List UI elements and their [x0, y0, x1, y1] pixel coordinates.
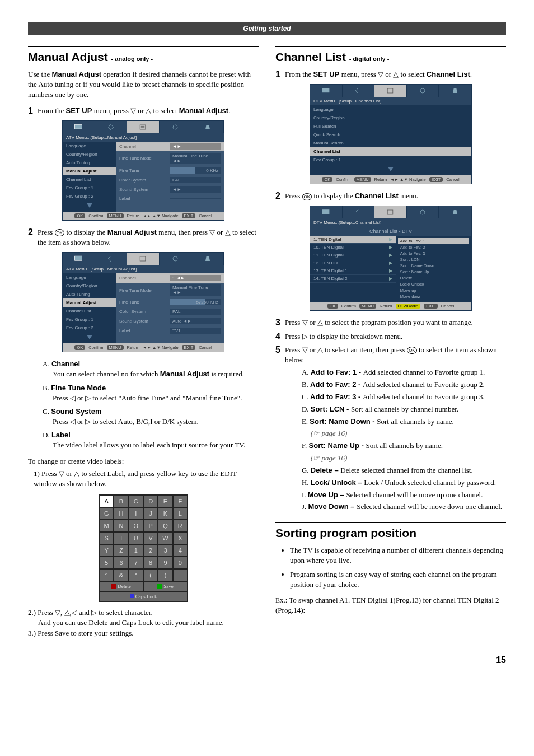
svg-rect-9: [388, 88, 394, 93]
vkbd-key: B: [114, 495, 128, 507]
osd-breadcrumb: ATV Menu...[Setup...Manual Adjust]: [63, 133, 224, 142]
osd-manual-adjust-1: ATV Menu...[Setup...Manual Adjust] Langu…: [62, 120, 224, 221]
item-c: C. Sound System: [43, 407, 259, 417]
ok-icon: OK: [407, 347, 417, 354]
svg-point-4: [173, 125, 177, 129]
vkbd-key: X: [173, 532, 188, 544]
vkbd-key: 9: [158, 557, 172, 569]
vkbd-key: V: [143, 532, 158, 544]
cl-step-1: 1 From the SET UP menu, press ▽ or △ to …: [275, 69, 506, 80]
vkbd-key: ): [158, 569, 172, 581]
vkbd-key: 7: [129, 557, 143, 569]
vkbd-key: &: [114, 569, 128, 581]
vkbd-key: F: [173, 495, 188, 507]
sorting-example: Ex.: To swap channel A1. TEN Digital 1(P…: [275, 595, 506, 615]
vkbd-key: R: [173, 520, 188, 532]
vkbd-key: (: [143, 569, 158, 581]
vkbd-key: N: [114, 520, 128, 532]
vkbd-key: T: [114, 532, 128, 544]
osd-channel-list-dtv: DTV Menu...[Setup...Channel List] Channe…: [310, 206, 472, 311]
svg-point-13: [420, 210, 425, 214]
step-1: 1 From the SET UP menu, press ▽ or △ to …: [28, 106, 259, 116]
svg-rect-12: [388, 210, 394, 214]
step-number: 1: [28, 106, 33, 116]
svg-rect-1: [140, 125, 146, 129]
vkbd-key: G: [99, 507, 114, 520]
svg-rect-11: [322, 210, 330, 214]
channel-list-option: J. Move Down – Selected channel will be …: [302, 502, 506, 512]
intro-text: Use the Manual Adjust operation if desir…: [28, 69, 259, 100]
manual-adjust-heading: Manual Adjust - analog only -: [28, 46, 259, 64]
vkbd-key: A: [99, 495, 114, 507]
left-column: Manual Adjust - analog only - Use the Ma…: [28, 46, 259, 638]
cl-step-3: 3 Press ▽ or △ to select the program pos…: [275, 318, 506, 328]
channel-list-option: A. Add to Fav: 1 - Add selected channel …: [302, 367, 506, 378]
vkbd-key: E: [158, 495, 172, 507]
vkbd-key: H: [114, 507, 128, 520]
vkbd-key: C: [129, 495, 143, 507]
ok-icon: OK: [302, 193, 312, 200]
osd-manual-adjust-2: ATV Menu...[Setup...Manual Adjust] Langu…: [62, 252, 224, 352]
sorting-bullet: Program sorting is an easy way of storin…: [290, 570, 506, 590]
channel-list-option: I. Move Up – Selected channel will be mo…: [302, 490, 506, 501]
svg-rect-6: [140, 256, 146, 261]
heading-text: Manual Adjust: [28, 50, 108, 63]
sorting-heading: Sorting program position: [275, 522, 506, 540]
item-d: D. Label: [43, 430, 259, 440]
vkbd-key: D: [143, 495, 158, 507]
svg-point-7: [173, 256, 177, 261]
vkbd-key: 1: [129, 544, 143, 557]
channel-list-option: C. Add to Fav: 3 - Add selected channel …: [302, 392, 506, 403]
svg-rect-5: [75, 256, 82, 260]
step-2: 2 Press OK to display the Manual Adjust …: [28, 227, 259, 248]
vkbd-key: 5: [99, 557, 114, 569]
vkbd-key: U: [129, 532, 143, 544]
osd-channel-list-setup: DTV Menu...[Setup...Channel List] Langua…: [310, 84, 472, 184]
cl-step-2: 2 Press OK to display the Channel List m…: [275, 191, 506, 201]
vkbd-key: O: [129, 520, 143, 532]
channel-list-option: F. Sort: Name Up - Sort all channels by …: [302, 441, 506, 451]
channel-list-option: G. Delete – Delete selected channel from…: [302, 465, 506, 476]
vkbd-key: 6: [114, 557, 128, 569]
cl-step-4: 4 Press ▷ to display the breakdown menu.: [275, 332, 506, 342]
vkbd-key: Y: [99, 544, 114, 557]
vkbd-key: L: [173, 507, 188, 520]
vkbd-key: I: [129, 507, 143, 520]
sorting-bullet: The TV is capable of receiving a number …: [290, 545, 506, 566]
page-header: Getting started: [28, 22, 506, 35]
channel-list-heading: Channel List - digital only -: [275, 46, 506, 64]
vkbd-key: ^: [99, 569, 114, 581]
vkbd-caps: Caps Lock: [99, 591, 188, 601]
heading-sub: - analog only -: [111, 55, 153, 62]
item-b: B. Fine Tune Mode: [43, 383, 259, 393]
cl-step-5: 5 Press ▽ or △ to select an item, then p…: [275, 345, 506, 515]
ok-icon: OK: [55, 229, 65, 236]
vkbd-key: 0: [173, 557, 188, 569]
vkbd-key: 4: [173, 544, 188, 557]
virtual-keyboard: ABCDEFGHIJKLMNOPQRSTUVWXYZ1234567890^&*(…: [99, 494, 188, 602]
channel-list-option: E. Sort: Name Down - Sort all channels b…: [302, 417, 506, 427]
vkbd-key: 3: [158, 544, 172, 557]
vkbd-save: Save: [143, 581, 188, 591]
page-number: 15: [28, 655, 506, 665]
vkbd-key: M: [99, 520, 114, 532]
vkbd-key: -: [173, 569, 188, 581]
vkbd-key: K: [158, 507, 172, 520]
vkbd-key: *: [129, 569, 143, 581]
step-number: 2: [28, 227, 33, 248]
vkbd-key: 2: [143, 544, 158, 557]
vkbd-key: S: [99, 532, 114, 544]
item-a: A. Channel: [43, 359, 259, 369]
svg-point-10: [420, 88, 425, 93]
channel-list-option: H. Lock/ Unlock – Lock / Unlock selected…: [302, 478, 506, 488]
vkbd-key: P: [143, 520, 158, 532]
vkbd-key: J: [143, 507, 158, 520]
channel-list-option: D. Sort: LCN - Sort all channels by chan…: [302, 404, 506, 415]
svg-rect-8: [322, 88, 330, 92]
vkbd-delete: Delete: [99, 581, 143, 591]
svg-rect-0: [75, 124, 82, 129]
right-column: Channel List - digital only - 1 From the…: [275, 46, 506, 638]
vkbd-key: 8: [143, 557, 158, 569]
channel-list-option: B. Add to Fav: 2 - Add selected channel …: [302, 380, 506, 390]
vkbd-key: Q: [158, 520, 172, 532]
